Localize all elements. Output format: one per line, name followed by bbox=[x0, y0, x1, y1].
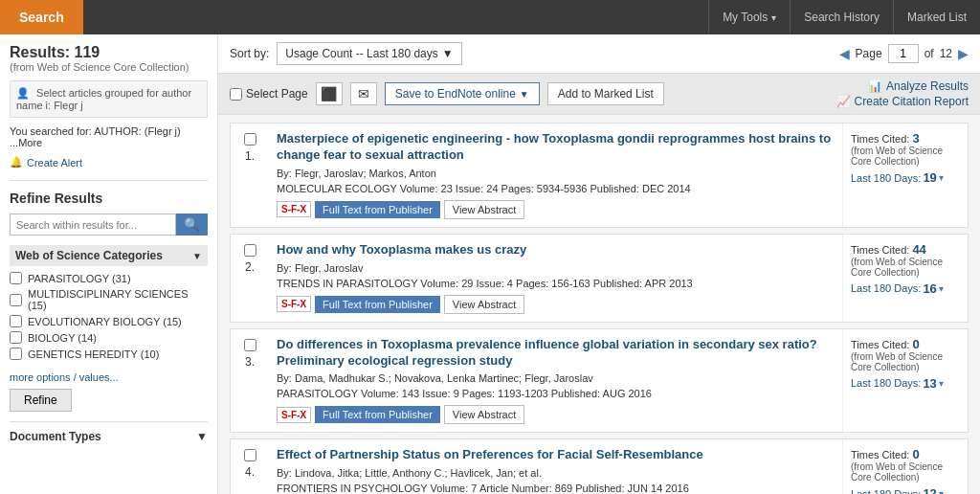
times-cited-val-4[interactable]: 0 bbox=[912, 447, 919, 461]
search-within-input[interactable] bbox=[10, 213, 176, 236]
result-title-3[interactable]: Do differences in Toxoplasma prevalence … bbox=[277, 337, 835, 370]
more-options-link[interactable]: more options / values... bbox=[10, 371, 208, 383]
my-tools-nav[interactable]: My Tools ▾ bbox=[708, 0, 790, 34]
last-180-expand-4[interactable]: ▾ bbox=[939, 488, 944, 494]
result-checkbox-1[interactable] bbox=[244, 133, 256, 146]
marked-list-label: Marked List bbox=[907, 11, 967, 24]
times-cited-val-1[interactable]: 3 bbox=[912, 131, 919, 146]
result-authors-4: By: Lindova, Jitka; Little, Anthony C.; … bbox=[277, 467, 835, 479]
times-cited-val-3[interactable]: 0 bbox=[912, 337, 919, 351]
result-authors-2: By: Flegr, Jaroslav bbox=[277, 262, 835, 274]
main-content: Sort by: Usage Count -- Last 180 days ▼ … bbox=[218, 34, 980, 494]
refine-title: Refine Results bbox=[10, 180, 208, 206]
full-text-button-1[interactable]: Full Text from Publisher bbox=[315, 201, 440, 218]
toolbar: Select Page ⬛ ✉ Save to EndNote online ▼… bbox=[218, 74, 980, 115]
category-label: MULTIDISCIPLINARY SCIENCES (15) bbox=[28, 288, 208, 311]
last-180-val-4: 12 bbox=[923, 486, 936, 494]
marked-list-nav[interactable]: Marked List bbox=[893, 0, 980, 34]
my-tools-label: My Tools bbox=[723, 11, 768, 24]
analyze-results-link[interactable]: 📊 Analyze Results bbox=[868, 79, 969, 93]
prev-page-button[interactable]: ◀ bbox=[839, 46, 850, 61]
search-tab[interactable]: Search bbox=[0, 0, 83, 34]
full-text-button-2[interactable]: Full Text from Publisher bbox=[315, 296, 440, 313]
result-body-1: Masterpiece of epigenetic engineering - … bbox=[269, 124, 843, 227]
result-stats-1: Times Cited: 3 (from Web of Science Core… bbox=[843, 124, 968, 227]
save-endnote-button[interactable]: Save to EndNote online ▼ bbox=[385, 82, 540, 105]
email-icon-button[interactable]: ✉ bbox=[350, 82, 377, 105]
doc-types-chevron-icon[interactable]: ▼ bbox=[196, 430, 208, 443]
result-authors-3: By: Dama, Madhukar S.; Novakova, Lenka M… bbox=[277, 372, 835, 384]
times-cited-label-1: Times Cited: 3 bbox=[851, 131, 960, 146]
result-num-2: 2. bbox=[245, 260, 255, 274]
result-checkbox-num-1: 1. bbox=[231, 124, 269, 227]
categories-chevron-icon[interactable]: ▼ bbox=[192, 251, 202, 261]
category-label: PARASITOLOGY (31) bbox=[28, 273, 131, 284]
category-item-genetics: GENETICS HEREDITY (10) bbox=[10, 346, 208, 362]
bell-icon: 🔔 bbox=[10, 156, 23, 168]
search-history-nav[interactable]: Search History bbox=[790, 0, 893, 34]
results-list: 1. Masterpiece of epigenetic engineering… bbox=[218, 115, 980, 494]
category-item-parasitology: PARASITOLOGY (31) bbox=[10, 270, 208, 286]
result-checkbox-4[interactable] bbox=[244, 449, 256, 461]
categories-section: Web of Science Categories ▼ PARASITOLOGY… bbox=[10, 245, 208, 362]
result-item: 3. Do differences in Toxoplasma prevalen… bbox=[230, 328, 969, 434]
copy-icon-button[interactable]: ⬛ bbox=[316, 82, 343, 105]
view-abstract-button-2[interactable]: View Abstract bbox=[444, 295, 524, 314]
page-label: Page bbox=[856, 47, 882, 60]
search-within-container: 🔍 bbox=[10, 213, 208, 236]
category-checkbox-genetics[interactable] bbox=[10, 348, 22, 360]
times-cited-val-2[interactable]: 44 bbox=[912, 242, 925, 257]
sidebar: Results: 119 (from Web of Science Core C… bbox=[0, 34, 218, 494]
category-checkbox-parasitology[interactable] bbox=[10, 272, 22, 284]
view-abstract-button-3[interactable]: View Abstract bbox=[444, 405, 524, 424]
next-page-button[interactable]: ▶ bbox=[958, 46, 969, 61]
sort-select[interactable]: Usage Count -- Last 180 days ▼ bbox=[277, 42, 461, 65]
times-cited-text-4: Times Cited: bbox=[851, 449, 909, 460]
person-icon: 👤 bbox=[16, 87, 30, 99]
times-cited-label-2: Times Cited: 44 bbox=[851, 242, 960, 257]
times-cited-source-1: (from Web of Science Core Collection) bbox=[851, 146, 960, 167]
category-checkbox-biology[interactable] bbox=[10, 331, 22, 344]
result-title-1[interactable]: Masterpiece of epigenetic engineering - … bbox=[277, 131, 835, 164]
times-cited-text-1: Times Cited: bbox=[851, 133, 909, 145]
author-group-box: 👤 Select articles grouped for author nam… bbox=[10, 80, 208, 118]
category-item-evolutionary: EVOLUTIONARY BIOLOGY (15) bbox=[10, 313, 208, 329]
doc-types-header: Document Types ▼ bbox=[10, 430, 208, 443]
last-180-expand-3[interactable]: ▾ bbox=[939, 378, 944, 389]
result-item: 1. Masterpiece of epigenetic engineering… bbox=[230, 123, 969, 228]
category-checkbox-multidisciplinary[interactable] bbox=[10, 294, 22, 306]
result-title-4[interactable]: Effect of Partnership Status on Preferen… bbox=[277, 447, 835, 463]
sort-bar: Sort by: Usage Count -- Last 180 days ▼ … bbox=[218, 34, 980, 74]
refine-button[interactable]: Refine bbox=[10, 389, 72, 412]
times-cited-source-2: (from Web of Science Core Collection) bbox=[851, 257, 960, 278]
add-marked-button[interactable]: Add to Marked List bbox=[547, 82, 664, 105]
create-citation-link[interactable]: 📈 Create Citation Report bbox=[836, 95, 969, 108]
category-label: EVOLUTIONARY BIOLOGY (15) bbox=[28, 316, 182, 327]
category-item-multidisciplinary: MULTIDISCIPLINARY SCIENCES (15) bbox=[10, 286, 208, 313]
category-checkbox-evolutionary[interactable] bbox=[10, 315, 22, 327]
times-cited-label-3: Times Cited: 0 bbox=[851, 337, 960, 351]
category-label: GENETICS HEREDITY (10) bbox=[28, 348, 159, 360]
result-checkbox-3[interactable] bbox=[244, 339, 256, 351]
page-input[interactable] bbox=[888, 44, 919, 63]
create-alert-link[interactable]: 🔔 Create Alert bbox=[10, 156, 208, 168]
result-journal-2: TRENDS IN PARASITOLOGY Volume: 29 Issue:… bbox=[277, 278, 835, 289]
result-stats-2: Times Cited: 44 (from Web of Science Cor… bbox=[843, 235, 968, 322]
select-page-checkbox[interactable] bbox=[230, 88, 242, 101]
result-links-1: S-F-X Full Text from Publisher View Abst… bbox=[277, 200, 835, 219]
times-cited-label-4: Times Cited: 0 bbox=[851, 447, 960, 461]
pagination: ◀ Page of 12 ▶ bbox=[839, 44, 969, 63]
search-history-label: Search History bbox=[804, 11, 880, 24]
view-abstract-button-1[interactable]: View Abstract bbox=[444, 200, 524, 219]
search-info-text: You searched for: AUTHOR: (Flegr j) ...M… bbox=[10, 125, 181, 148]
result-checkbox-2[interactable] bbox=[244, 244, 256, 257]
sfx-icon-3: S-F-X bbox=[277, 407, 311, 423]
search-within-button[interactable]: 🔍 bbox=[176, 213, 208, 236]
result-title-2[interactable]: How and why Toxoplasma makes us crazy bbox=[277, 242, 835, 258]
last-180-val-1: 19 bbox=[923, 170, 936, 185]
full-text-button-3[interactable]: Full Text from Publisher bbox=[315, 406, 440, 423]
sfx-icon-2: S-F-X bbox=[277, 296, 311, 312]
last-180-expand-1[interactable]: ▾ bbox=[939, 172, 944, 183]
last-180-2: Last 180 Days: 16 ▾ bbox=[851, 281, 960, 296]
last-180-expand-2[interactable]: ▾ bbox=[939, 283, 944, 294]
